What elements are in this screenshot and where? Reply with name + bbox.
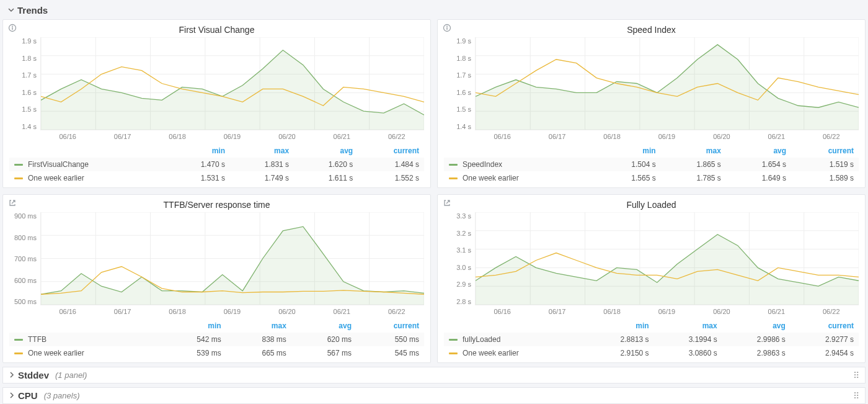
plot[interactable] [475,212,859,305]
series-swatch [14,164,23,166]
chevron-right-icon [8,390,17,401]
y-axis: 3.3 s3.2 s3.1 s3.0 s2.9 s2.8 s [444,212,475,305]
y-tick: 1.7 s [444,71,471,79]
x-tick: 06/22 [823,308,840,315]
external-link-icon[interactable] [8,199,17,209]
series-swatch [14,339,23,341]
y-tick: 3.3 s [444,212,471,220]
panel-title: Speed Index [444,24,859,37]
y-tick: 900 ms [9,212,37,220]
x-tick: 06/16 [59,308,76,315]
x-tick: 06/16 [494,133,511,140]
svg-rect-19 [446,27,447,30]
series-swatch [449,339,458,341]
x-tick: 06/17 [114,133,131,140]
x-tick: 06/19 [224,308,241,315]
row-title: CPU [18,390,38,401]
chart-area[interactable]: 3.3 s3.2 s3.1 s3.0 s2.9 s2.8 s [444,212,859,305]
chevron-right-icon [8,370,17,380]
x-tick: 06/22 [388,133,405,140]
svg-point-1 [12,26,13,27]
x-tick: 06/22 [388,308,405,315]
legend-row[interactable]: One week earlier2.9150 s3.0860 s2.9863 s… [444,346,859,360]
legend-row[interactable]: TTFB542 ms838 ms620 ms550 ms [9,333,424,346]
y-axis: 900 ms800 ms700 ms600 ms500 ms [9,212,40,305]
plot[interactable] [40,212,424,305]
x-tick: 06/17 [114,308,131,315]
x-tick: 06/16 [59,133,76,140]
x-tick: 06/18 [603,133,621,140]
x-tick: 06/20 [278,308,296,315]
y-tick: 500 ms [9,298,37,305]
x-tick: 06/21 [334,133,351,140]
y-tick: 1.7 s [9,71,37,79]
y-tick: 1.8 s [9,55,37,62]
svg-point-18 [446,26,448,27]
legend-row[interactable]: One week earlier1.531 s1.749 s1.611 s1.5… [9,171,424,185]
legend-row[interactable]: fullyLoaded2.8813 s3.1994 s2.9986 s2.927… [444,333,859,346]
row-title: Stddev [18,370,49,380]
legend-row[interactable]: One week earlier539 ms665 ms567 ms545 ms [9,346,424,360]
row-count: (3 panels) [44,391,80,400]
panel-first-visual-change[interactable]: First Visual Change 1.9 s1.8 s1.7 s1.6 s… [2,19,431,188]
chart-area[interactable]: 1.9 s1.8 s1.7 s1.6 s1.5 s1.4 s [9,37,424,130]
info-icon[interactable] [443,24,451,34]
y-tick: 1.4 s [444,123,471,130]
drag-handle-icon[interactable]: ⠿ [853,391,860,401]
row-header-cpu[interactable]: CPU (3 panels) ⠿ [2,387,866,404]
legend-row[interactable]: SpeedIndex1.504 s1.865 s1.654 s1.519 s [444,158,859,171]
panel-speed-index[interactable]: Speed Index 1.9 s1.8 s1.7 s1.6 s1.5 s1.4… [437,19,866,188]
x-tick: 06/21 [768,133,786,140]
y-tick: 1.9 s [9,37,37,45]
drag-handle-icon[interactable]: ⠿ [853,370,860,380]
legend-row[interactable]: FirstVisualChange1.470 s1.831 s1.620 s1.… [9,158,424,171]
plot[interactable] [40,37,424,130]
plot[interactable] [475,37,859,130]
chevron-down-icon [7,5,16,16]
x-tick: 06/19 [224,133,241,140]
chart-area[interactable]: 900 ms800 ms700 ms600 ms500 ms [9,212,424,305]
x-tick: 06/18 [169,133,186,140]
x-tick: 06/18 [603,308,621,315]
y-tick: 1.9 s [444,37,471,45]
y-tick: 600 ms [9,277,37,284]
x-axis: 06/1606/1706/1806/1906/2006/2106/22 [475,305,859,319]
y-tick: 1.8 s [444,55,471,62]
series-swatch [449,164,458,166]
legend-row[interactable]: One week earlier1.565 s1.785 s1.649 s1.5… [444,171,859,185]
y-tick: 3.0 s [444,264,471,271]
series-swatch [14,352,23,354]
y-tick: 700 ms [9,255,37,263]
x-tick: 06/19 [658,308,676,315]
svg-rect-2 [12,27,12,30]
legend-table: minmaxavgcurrentFirstVisualChange1.470 s… [9,144,424,185]
x-axis: 06/1606/1706/1806/1906/2006/2106/22 [40,305,424,319]
x-tick: 06/18 [169,308,186,315]
y-tick: 3.1 s [444,246,471,254]
x-tick: 06/21 [768,308,786,315]
x-tick: 06/21 [334,308,351,315]
legend-table: minmaxavgcurrentSpeedIndex1.504 s1.865 s… [444,144,859,185]
external-link-icon[interactable] [443,199,451,209]
y-axis: 1.9 s1.8 s1.7 s1.6 s1.5 s1.4 s [9,37,40,130]
y-tick: 1.6 s [444,89,471,96]
y-axis: 1.9 s1.8 s1.7 s1.6 s1.5 s1.4 s [444,37,475,130]
y-tick: 1.5 s [9,105,37,113]
series-swatch [449,352,458,354]
row-title: Trends [17,5,48,16]
row-header-stddev[interactable]: Stddev (1 panel) ⠿ [2,367,866,384]
series-swatch [14,177,23,179]
panel-fully-loaded[interactable]: Fully Loaded 3.3 s3.2 s3.1 s3.0 s2.9 s2.… [437,194,866,363]
y-tick: 1.6 s [9,89,37,96]
legend-table: minmaxavgcurrentfullyLoaded2.8813 s3.199… [444,319,859,360]
y-tick: 1.5 s [444,105,471,113]
x-tick: 06/20 [278,133,296,140]
x-tick: 06/20 [713,308,730,315]
legend-table: minmaxavgcurrentTTFB542 ms838 ms620 ms55… [9,319,424,360]
row-header-trends[interactable]: Trends [2,2,866,18]
chart-area[interactable]: 1.9 s1.8 s1.7 s1.6 s1.5 s1.4 s [444,37,859,130]
x-axis: 06/1606/1706/1806/1906/2006/2106/22 [475,130,859,144]
info-icon[interactable] [8,24,17,34]
panel-title: Fully Loaded [444,199,859,212]
panel-ttfb[interactable]: TTFB/Server response time 900 ms800 ms70… [2,194,431,363]
